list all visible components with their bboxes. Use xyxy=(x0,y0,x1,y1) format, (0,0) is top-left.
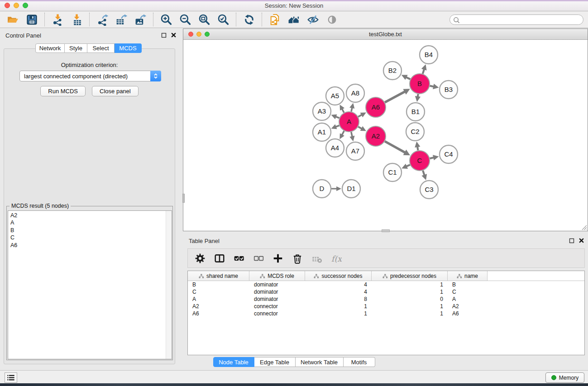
node-A5[interactable]: A5 xyxy=(326,87,344,105)
tab-select[interactable]: Select xyxy=(87,43,115,53)
run-mcds-button[interactable]: Run MCDS xyxy=(40,86,86,96)
optimization-criterion-select[interactable]: largest connected component (directed) xyxy=(19,71,161,81)
tab-network-table[interactable]: Network Table xyxy=(296,357,344,367)
edge-A-A4[interactable] xyxy=(339,131,344,139)
table-row[interactable]: A2connector11A2 xyxy=(188,303,584,310)
open-session-icon[interactable] xyxy=(6,13,19,26)
import-table-icon[interactable] xyxy=(70,13,83,26)
tab-edge-table[interactable]: Edge Table xyxy=(254,357,296,367)
task-history-button[interactable] xyxy=(5,372,17,383)
select-all-checkboxes-icon[interactable] xyxy=(233,253,245,264)
column-header-MCDS-role[interactable]: MCDS role xyxy=(249,271,305,281)
network-minimize-button[interactable] xyxy=(196,32,201,37)
window-resize-grip[interactable] xyxy=(581,224,587,230)
node-C1[interactable]: C1 xyxy=(383,163,402,181)
zoom-out-icon[interactable] xyxy=(178,13,192,26)
edge-A-A3[interactable] xyxy=(331,114,339,119)
node-C4[interactable]: C4 xyxy=(440,145,458,163)
zoom-fit-icon[interactable] xyxy=(197,13,211,26)
edge-B-B4[interactable] xyxy=(421,64,427,74)
node-A6[interactable]: A6 xyxy=(366,97,386,117)
node-A3[interactable]: A3 xyxy=(313,102,331,120)
import-network-icon[interactable] xyxy=(51,13,64,26)
node-B3[interactable]: B3 xyxy=(440,81,458,99)
edge-B-B1[interactable] xyxy=(415,94,421,102)
close-panel-icon[interactable] xyxy=(171,32,177,38)
edge-C-C4[interactable] xyxy=(430,155,439,160)
node-B2[interactable]: B2 xyxy=(383,62,402,80)
mcds-result-item[interactable]: A xyxy=(8,219,172,226)
settings-gear-icon[interactable] xyxy=(194,253,206,264)
edge-C-C1[interactable] xyxy=(402,164,410,169)
refresh-icon[interactable] xyxy=(242,13,256,26)
edge-C-C3[interactable] xyxy=(421,171,427,180)
tab-style[interactable]: Style xyxy=(65,43,87,53)
node-D[interactable]: D xyxy=(313,180,331,198)
node-A[interactable]: A xyxy=(339,112,359,132)
table-row[interactable]: A6connector11A6 xyxy=(188,310,584,317)
export-table-icon[interactable] xyxy=(115,13,128,26)
node-B4[interactable]: B4 xyxy=(420,46,438,64)
tab-node-table[interactable]: Node Table xyxy=(213,357,254,367)
edge-A-A5[interactable] xyxy=(340,105,345,112)
column-header-name[interactable]: name xyxy=(448,271,488,281)
tab-mcds[interactable]: MCDS xyxy=(115,43,142,53)
show-eye-icon[interactable] xyxy=(325,13,339,26)
column-header-successor-nodes[interactable]: successor nodes xyxy=(305,271,372,281)
node-C[interactable]: C xyxy=(410,151,430,171)
edge-A-A2[interactable] xyxy=(358,126,366,131)
node-C2[interactable]: C2 xyxy=(406,123,424,141)
save-session-icon[interactable] xyxy=(25,13,38,26)
search-input[interactable] xyxy=(449,14,583,25)
float-panel-icon[interactable] xyxy=(161,32,167,38)
network-zoom-button[interactable] xyxy=(205,32,210,37)
network-window-titlebar[interactable]: testGlobe.txt xyxy=(183,29,588,40)
edge-A-A1[interactable] xyxy=(331,124,339,129)
node-A4[interactable]: A4 xyxy=(326,139,344,157)
tab-network[interactable]: Network xyxy=(35,43,65,53)
node-C3[interactable]: C3 xyxy=(420,181,438,199)
splitter-handle-vertical[interactable] xyxy=(182,194,185,203)
mcds-result-item[interactable]: A2 xyxy=(8,212,172,219)
node-A1[interactable]: A1 xyxy=(313,123,331,141)
edge-D-D1[interactable] xyxy=(331,186,341,191)
edge-B-B3[interactable] xyxy=(430,84,439,89)
close-panel-button[interactable]: Close panel xyxy=(92,86,139,96)
column-header-shared-name[interactable]: shared name xyxy=(188,271,249,281)
hide-selected-eye-icon[interactable] xyxy=(306,13,320,26)
splitter-handle-horizontal[interactable] xyxy=(382,229,390,232)
float-table-panel-icon[interactable] xyxy=(569,238,574,243)
node-B[interactable]: B xyxy=(410,74,430,94)
node-A7[interactable]: A7 xyxy=(346,142,364,160)
node-B1[interactable]: B1 xyxy=(406,103,425,121)
copy-session-icon[interactable] xyxy=(268,13,282,26)
node-A2[interactable]: A2 xyxy=(366,126,386,146)
deselect-all-checkboxes-icon[interactable] xyxy=(253,253,264,264)
column-header-predecessor-nodes[interactable]: predecessor nodes xyxy=(372,271,448,281)
edge-A2-C[interactable] xyxy=(385,141,410,155)
zoom-in-icon[interactable] xyxy=(159,13,173,26)
edge-A-A6[interactable] xyxy=(358,112,366,117)
node-D1[interactable]: D1 xyxy=(342,180,360,198)
mcds-result-item[interactable]: C xyxy=(8,234,172,241)
table-row[interactable]: Cdominator41C xyxy=(188,288,584,295)
memory-button[interactable]: Memory xyxy=(545,372,584,383)
mcds-result-item[interactable]: B xyxy=(8,227,172,234)
table-row[interactable]: Adominator80A xyxy=(188,295,584,303)
close-table-panel-icon[interactable] xyxy=(578,238,584,243)
tab-motifs[interactable]: Motifs xyxy=(344,357,375,367)
edge-B-B2[interactable] xyxy=(402,75,410,80)
export-image-icon[interactable] xyxy=(134,13,147,26)
add-column-icon[interactable] xyxy=(272,253,284,264)
split-table-icon[interactable] xyxy=(214,253,225,264)
table-row[interactable]: Bdominator41B xyxy=(188,281,584,288)
delete-column-icon[interactable] xyxy=(292,253,303,264)
edge-A6-B[interactable] xyxy=(385,89,410,102)
mcds-result-item[interactable]: A6 xyxy=(8,242,172,249)
export-network-icon[interactable] xyxy=(96,13,109,26)
node-A8[interactable]: A8 xyxy=(346,84,364,102)
home-icon[interactable] xyxy=(287,13,301,26)
edge-A-A7[interactable] xyxy=(349,132,354,141)
zoom-selected-icon[interactable] xyxy=(216,13,230,26)
mcds-result-list[interactable]: A2ABCA6 xyxy=(8,210,172,359)
